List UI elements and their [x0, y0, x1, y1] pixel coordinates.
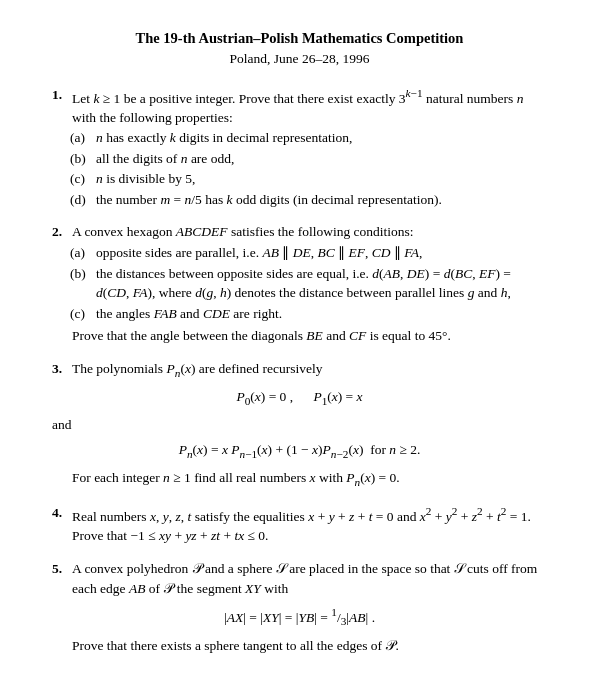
problem-5-num: 5. [52, 559, 72, 579]
problem-5: 5. A convex polyhedron 𝒫 and a sphere 𝒮 … [52, 559, 547, 655]
problem-2-text: A convex hexagon ABCDEF satisfies the fo… [72, 222, 547, 242]
title-block: The 19-th Austrian–Polish Mathematics Co… [52, 28, 547, 69]
problem-1-num: 1. [52, 85, 72, 105]
sub-2c-label: (c) [70, 304, 96, 324]
problem-3-conclusion: For each integer n ≥ 1 find all real num… [72, 468, 547, 490]
problem-5-formula: |AX| = |XY| = |YB| = 1/3|AB| . [52, 604, 547, 630]
sub-1a-text: n has exactly k digits in decimal repres… [96, 128, 547, 148]
title-sub: Poland, June 26–28, 1996 [52, 49, 547, 69]
sub-1a-label: (a) [70, 128, 96, 148]
sub-2a-label: (a) [70, 243, 96, 263]
problem-4-num: 4. [52, 503, 72, 523]
sub-1b-label: (b) [70, 149, 96, 169]
problem-2-num: 2. [52, 222, 72, 242]
problem-3: 3. The polynomials Pn(x) are defined rec… [52, 359, 547, 491]
sub-1c-text: n is divisible by 5, [96, 169, 547, 189]
problem-1-text: Let k ≥ 1 be a positive integer. Prove t… [72, 85, 547, 128]
problem-3-num: 3. [52, 359, 72, 379]
problem-5-conclusion: Prove that there exists a sphere tangent… [72, 636, 547, 656]
problem-2: 2. A convex hexagon ABCDEF satisfies the… [52, 222, 547, 345]
sub-1b-text: all the digits of n are odd, [96, 149, 547, 169]
sub-2b-text: the distances between opposite sides are… [96, 264, 547, 303]
sub-1c-label: (c) [70, 169, 96, 189]
problem-5-text: A convex polyhedron 𝒫 and a sphere 𝒮 are… [72, 559, 547, 598]
sub-2a-text: opposite sides are parallel, i.e. AB ∥ D… [96, 243, 547, 263]
sub-1d-text: the number m = n/5 has k odd digits (in … [96, 190, 547, 210]
title-main: The 19-th Austrian–Polish Mathematics Co… [52, 28, 547, 49]
problem-3-text: The polynomials Pn(x) are defined recurs… [72, 359, 547, 381]
sub-2c-text: the angles FAB and CDE are right. [96, 304, 547, 324]
sub-2b-label: (b) [70, 264, 96, 303]
problem-4-text: Real numbers x, y, z, t satisfy the equa… [72, 503, 547, 546]
problem-1: 1. Let k ≥ 1 be a positive integer. Prov… [52, 85, 547, 210]
problem-3-and: and [52, 415, 547, 435]
problem-4: 4. Real numbers x, y, z, t satisfy the e… [52, 503, 547, 546]
problem-2-conclusion: Prove that the angle between the diagona… [72, 326, 547, 346]
problem-3-formula2: Pn(x) = x Pn−1(x) + (1 − x)Pn−2(x) for n… [52, 440, 547, 462]
problem-3-formula1: P0(x) = 0 , P1(x) = x [52, 387, 547, 409]
sub-1d-label: (d) [70, 190, 96, 210]
